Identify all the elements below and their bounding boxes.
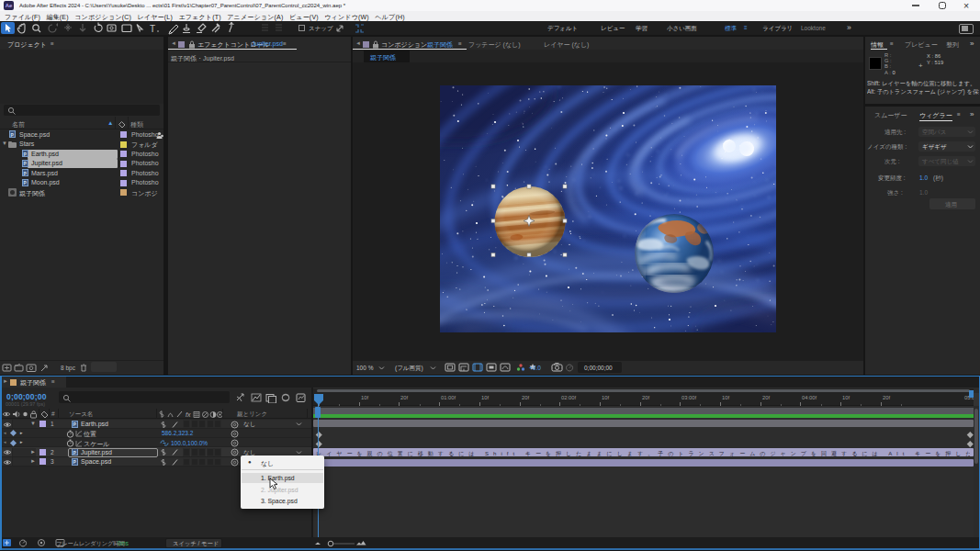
svg-text:T: T <box>150 24 155 34</box>
svg-text:fx: fx <box>186 411 191 418</box>
